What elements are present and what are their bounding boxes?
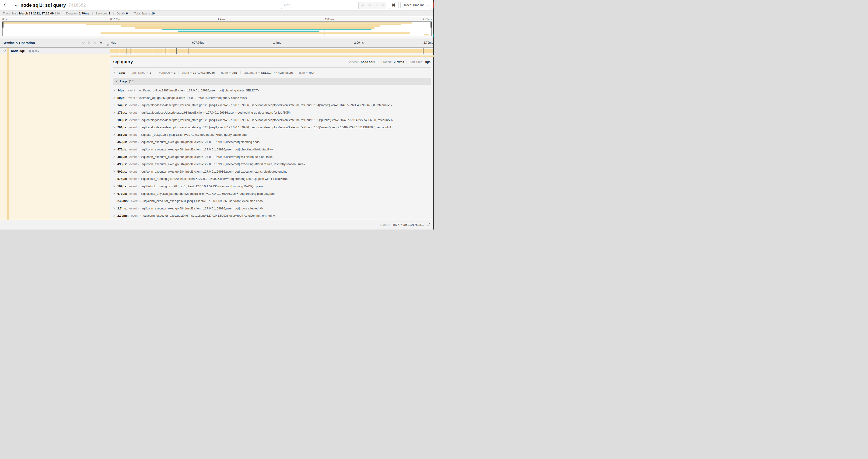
minimap-span-row xyxy=(2,34,432,36)
log-field-key: event xyxy=(131,214,138,217)
target-icon[interactable] xyxy=(361,3,365,7)
log-row[interactable]: 574μs:event=‹sql/distsql_running.go:1420… xyxy=(114,175,431,183)
log-field-key: event xyxy=(129,162,137,166)
tag-item[interactable]: client=127.0.0.1:59936 xyxy=(179,71,218,74)
tags-list: _unfinished=1_verbose=1client=127.0.0.1:… xyxy=(127,71,317,74)
log-marker[interactable] xyxy=(114,48,114,54)
left-scrubber-grip[interactable] xyxy=(2,22,3,28)
log-row[interactable]: 176μs:event=‹sql/catalog/descs/descripto… xyxy=(114,109,431,117)
log-field-key: event xyxy=(129,207,137,210)
expand-all-icon[interactable] xyxy=(99,41,102,44)
log-row[interactable]: 189μs:event=‹sql/catalog/lease/descripto… xyxy=(114,116,431,124)
tag-item[interactable]: user=root xyxy=(296,71,317,74)
collapse-all-icon[interactable] xyxy=(93,41,96,44)
trace-view-selector[interactable]: Trace Timeline xyxy=(400,2,432,9)
depth-label: Depth xyxy=(117,12,125,15)
log-marker[interactable] xyxy=(119,48,119,54)
log-row[interactable]: 201μs:event=‹sql/catalog/lease/descripto… xyxy=(114,124,431,131)
timeline-ruler[interactable]: 0μs697.75μs1.4ms2.09ms2.79ms xyxy=(110,38,434,47)
log-row[interactable]: 495μs:event=‹sql/conn_executor_exec.go:6… xyxy=(114,160,431,168)
span-detail-panel: sql query Service: node sql1 Duration: 2… xyxy=(110,54,434,220)
logs-header[interactable]: Logs (18) xyxy=(113,78,431,85)
span-row-name-cell[interactable]: node sql1 sql query xyxy=(0,47,110,54)
log-expand-chevron-icon xyxy=(114,89,117,92)
log-row[interactable]: 142μs:event=‹sql/catalog/lease/descripto… xyxy=(114,101,431,109)
tag-value: SELECT * FROM users xyxy=(261,71,292,74)
link-icon[interactable] xyxy=(427,223,431,227)
log-field-key: event xyxy=(129,155,137,159)
log-row[interactable]: 502μs:event=‹sql/conn_executor_exec.go:6… xyxy=(114,168,431,175)
minimap-span-bar xyxy=(86,24,401,25)
collapse-trace-chevron-icon[interactable] xyxy=(15,4,18,6)
log-row[interactable]: 476μs:event=‹sql/conn_executor_exec.go:6… xyxy=(114,146,431,153)
ruler-tick-line xyxy=(191,38,191,47)
log-expand-chevron-icon xyxy=(114,170,117,173)
keyboard-shortcuts-button[interactable]: ⌘ xyxy=(389,2,399,9)
minimap-canvas[interactable] xyxy=(2,22,432,36)
log-field-key: event xyxy=(129,147,137,151)
minimap-span-row xyxy=(2,25,432,27)
tag-item[interactable]: node=sql1 xyxy=(218,71,241,74)
log-expand-chevron-icon xyxy=(114,178,117,180)
equals-sign: = xyxy=(138,185,140,188)
log-field-key: event xyxy=(129,185,137,188)
log-row[interactable]: 597μs:event=‹sql/distsql_running.go:498 … xyxy=(114,183,431,190)
log-row[interactable]: 34μs:event=‹sql/exec_util.go:2297 [nsql1… xyxy=(114,87,431,94)
log-row[interactable]: 80μs:event=‹sql/plan_opt.go:358 [nsql1,c… xyxy=(114,94,431,102)
back-arrow-icon xyxy=(3,3,8,7)
expand-one-icon[interactable] xyxy=(88,41,90,44)
log-row[interactable]: 678μs:event=‹sql/distsql_physical_planne… xyxy=(114,190,431,197)
right-scrubber-grip[interactable] xyxy=(431,22,432,28)
back-button[interactable] xyxy=(0,0,11,10)
log-expand-chevron-icon xyxy=(114,104,117,106)
log-marker[interactable] xyxy=(166,48,166,54)
log-timestamp: 502μs: xyxy=(117,170,127,173)
log-marker[interactable] xyxy=(424,48,424,54)
log-marker[interactable] xyxy=(165,48,165,54)
log-field-value: ‹sql/plan_opt.go:358 [nsql1,client=127.0… xyxy=(141,133,248,136)
span-duration-bar[interactable] xyxy=(110,49,434,53)
divider xyxy=(113,67,431,68)
log-timestamp: 574μs: xyxy=(117,177,127,181)
minimap-left-scrubber[interactable] xyxy=(2,22,3,36)
column-resize-grip[interactable] xyxy=(107,44,108,46)
log-marker[interactable] xyxy=(152,48,152,54)
log-row[interactable]: 459μs:event=‹sql/conn_executor_exec.go:6… xyxy=(114,138,431,146)
log-marker[interactable] xyxy=(163,48,163,54)
tag-value: sql1 xyxy=(232,71,238,74)
find-input[interactable] xyxy=(281,2,359,9)
chevron-down-icon[interactable] xyxy=(375,4,377,6)
tag-item[interactable]: _unfinished=1 xyxy=(127,71,154,74)
equals-sign: = xyxy=(138,192,140,195)
close-icon[interactable] xyxy=(381,4,384,6)
log-marker[interactable] xyxy=(179,48,179,54)
log-field-key: event xyxy=(128,89,135,92)
log-marker[interactable] xyxy=(130,48,130,54)
tag-item[interactable]: statement=SELECT * FROM users xyxy=(241,71,296,74)
log-row[interactable]: 2.79ms:event=‹sql/conn_executor_exec.go:… xyxy=(114,212,431,220)
log-row[interactable]: 366μs:event=‹sql/plan_opt.go:358 [nsql1,… xyxy=(114,131,431,138)
tag-value: root xyxy=(309,71,314,74)
span-row-timeline-cell[interactable] xyxy=(110,47,434,54)
chevron-up-icon[interactable] xyxy=(368,4,371,6)
log-row[interactable]: 2.69ms:event=‹sql/conn_executor_exec.go:… xyxy=(114,197,431,205)
minimap-right-scrubber[interactable] xyxy=(431,22,432,36)
log-row[interactable]: 2.7ms:event=‹sql/conn_executor_exec.go:6… xyxy=(114,205,431,212)
log-marker[interactable] xyxy=(167,48,167,54)
screen-edge-artifact xyxy=(433,0,434,230)
span-row-node-sql1[interactable]: node sql1 sql query xyxy=(0,47,434,54)
equals-sign: = xyxy=(138,126,140,129)
divider xyxy=(377,60,377,64)
minimap-span-bar xyxy=(121,25,380,27)
log-row[interactable]: 486μs:event=‹sql/conn_executor_exec.go:6… xyxy=(114,153,431,160)
tags-row[interactable]: Tags: _unfinished=1_verbose=1client=127.… xyxy=(113,71,431,74)
equals-sign: = xyxy=(136,96,138,99)
span-id-label: SpanID: xyxy=(380,223,391,226)
log-timestamp: 476μs: xyxy=(117,147,127,151)
collapse-one-icon[interactable] xyxy=(82,42,85,44)
log-timestamp: 495μs: xyxy=(117,162,127,166)
tag-item[interactable]: _verbose=1 xyxy=(154,71,179,74)
log-field-key: event xyxy=(129,170,137,173)
row-collapse-chevron-icon[interactable] xyxy=(3,50,6,52)
trace-start-item: Trace Start March 31 2022, 17:25:09.326 xyxy=(3,12,63,15)
